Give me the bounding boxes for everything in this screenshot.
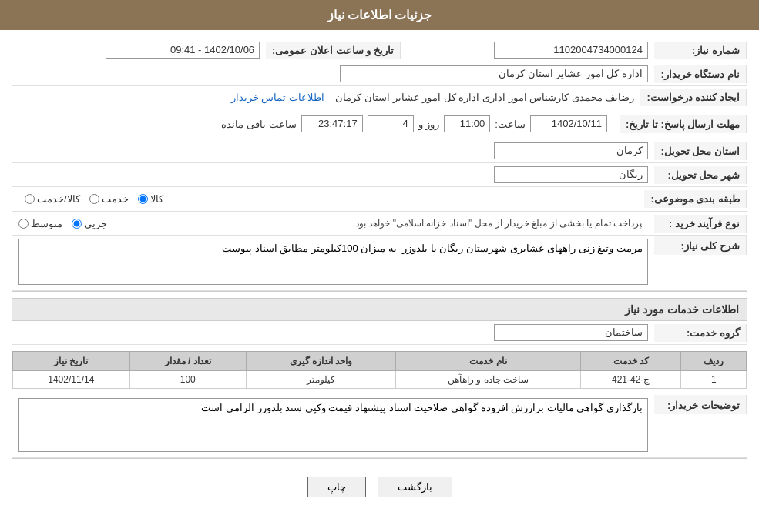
deadline-time-label: ساعت: xyxy=(495,119,526,130)
cell-date: 1402/11/14 xyxy=(13,371,130,389)
col-name: نام خدمت xyxy=(396,352,581,371)
city-label: شهر محل تحویل: xyxy=(654,166,747,184)
purchase-jozvi-radio[interactable] xyxy=(72,219,82,229)
category-kala-khadamat-label: کالا/خدمت xyxy=(37,193,80,205)
buyer-desc-value xyxy=(12,395,654,457)
purchase-note: پرداخت تمام یا بخشی از مبلغ خریدار از مح… xyxy=(115,215,648,232)
requester-label: ایجاد کننده درخواست: xyxy=(640,89,747,106)
deadline-remaining: 23:47:17 xyxy=(301,115,363,132)
category-label: طبقه بندی موضوعی: xyxy=(644,190,747,208)
buyer-org-value: اداره کل امور عشایر استان کرمان xyxy=(12,62,654,85)
category-value: کالا/خدمت خدمت کالا xyxy=(12,187,644,211)
need-number-input: 1102004734000124 xyxy=(494,42,648,59)
requester-text: رضایف محمدی کارشناس امور اداری اداره کل … xyxy=(335,92,634,103)
purchase-type-label: نوع فرآیند خرید : xyxy=(654,215,747,233)
buyer-desc-row: توضیحات خریدار: xyxy=(12,395,747,458)
service-group-input: ساختمان xyxy=(494,324,648,341)
category-khadamat-radio[interactable] xyxy=(89,194,99,204)
announce-date-input: 1402/10/06 - 09:41 xyxy=(106,42,260,59)
description-textarea[interactable] xyxy=(18,239,648,285)
cell-unit: کیلومتر xyxy=(247,371,396,389)
col-date: تاریخ نیاز xyxy=(13,352,130,371)
category-kala-item: کالا xyxy=(138,193,163,205)
province-row: استان محل تحویل: کرمان xyxy=(12,139,747,163)
col-row-num: ردیف xyxy=(681,352,747,371)
category-khadamat-item: خدمت xyxy=(89,193,129,205)
purchase-mutavasset-item: متوسط xyxy=(18,218,62,229)
purchase-mutavasset-radio[interactable] xyxy=(18,219,29,229)
announce-date-label: تاریخ و ساعت اعلان عمومی: xyxy=(266,42,401,59)
col-qty: تعداد / مقدار xyxy=(129,352,246,371)
deadline-inline: 1402/10/11 ساعت: 11:00 روز و 4 23:47:17 … xyxy=(18,112,613,136)
description-value xyxy=(12,236,654,290)
main-form: شماره نیاز: 1102004734000124 تاریخ و ساع… xyxy=(12,38,747,292)
deadline-time: 11:00 xyxy=(444,115,490,132)
deadline-value: 1402/10/11 ساعت: 11:00 روز و 4 23:47:17 … xyxy=(12,109,620,139)
purchase-type-radio-group: متوسط جزیی xyxy=(18,218,107,229)
page-title: جزئیات اطلاعات نیاز xyxy=(327,8,432,22)
buyer-desc-label: توضیحات خریدار: xyxy=(654,395,747,414)
services-title: اطلاعات خدمات مورد نیاز xyxy=(12,299,747,321)
buyer-org-input: اداره کل امور عشایر استان کرمان xyxy=(340,65,648,82)
deadline-remaining-label: ساعت باقی مانده xyxy=(221,119,296,130)
button-row: چاپ بازگشت xyxy=(12,465,747,505)
page-header: جزئیات اطلاعات نیاز xyxy=(0,0,759,30)
print-button[interactable]: چاپ xyxy=(307,477,366,497)
cell-row: 1 xyxy=(681,371,747,389)
city-input: ریگان xyxy=(494,166,648,183)
province-value: کرمان xyxy=(12,139,654,162)
category-row: طبقه بندی موضوعی: کالا/خدمت خدمت کالا xyxy=(12,187,747,212)
service-group-value: ساختمان xyxy=(12,321,654,344)
requester-value: رضایف محمدی کارشناس امور اداری اداره کل … xyxy=(12,89,640,106)
col-unit: واحد اندازه گیری xyxy=(247,352,396,371)
description-label: شرح کلی نیاز: xyxy=(654,236,747,255)
category-kala-khadamat-item: کالا/خدمت xyxy=(25,193,80,205)
buyer-org-label: نام دستگاه خریدار: xyxy=(654,65,747,83)
need-number-label: شماره نیاز: xyxy=(654,42,747,59)
need-number-row: شماره نیاز: 1102004734000124 تاریخ و ساع… xyxy=(12,38,747,62)
category-kala-khadamat-radio[interactable] xyxy=(25,194,35,204)
table-header-row: ردیف کد خدمت نام خدمت واحد اندازه گیری ت… xyxy=(13,352,747,371)
purchase-type-row: نوع فرآیند خرید : متوسط جزیی xyxy=(12,212,747,236)
province-label: استان محل تحویل: xyxy=(654,142,747,160)
table-row: 1ج-42-421ساخت جاده و راهآهنکیلومتر100140… xyxy=(13,371,747,389)
cell-qty: 100 xyxy=(129,371,246,389)
buyer-desc-textarea[interactable] xyxy=(18,398,648,452)
services-table: ردیف کد خدمت نام خدمت واحد اندازه گیری ت… xyxy=(12,351,747,389)
service-group-label: گروه خدمت: xyxy=(654,324,747,342)
services-table-section: ردیف کد خدمت نام خدمت واحد اندازه گیری ت… xyxy=(12,351,747,389)
purchase-jozvi-item: جزیی xyxy=(72,218,107,229)
province-input: کرمان xyxy=(494,142,648,159)
service-group-row: گروه خدمت: ساختمان xyxy=(12,321,747,345)
deadline-days-label: روز و xyxy=(418,119,440,130)
need-number-value: 1102004734000124 xyxy=(401,38,654,62)
purchase-mutavasset-label: متوسط xyxy=(31,218,62,229)
city-row: شهر محل تحویل: ریگان xyxy=(12,163,747,187)
buyer-org-row: نام دستگاه خریدار: اداره کل امور عشایر ا… xyxy=(12,62,747,86)
deadline-date: 1402/10/11 xyxy=(530,115,607,132)
cell-code: ج-42-421 xyxy=(580,371,681,389)
back-button[interactable]: بازگشت xyxy=(378,477,452,497)
purchase-type-value: متوسط جزیی پرداخت تمام یا بخشی از مبلغ خ… xyxy=(12,212,654,235)
deadline-days: 4 xyxy=(368,115,414,132)
description-row: شرح کلی نیاز: xyxy=(12,236,747,291)
announce-date-value: 1402/10/06 - 09:41 xyxy=(12,38,266,62)
requester-row: ایجاد کننده درخواست: رضایف محمدی کارشناس… xyxy=(12,86,747,109)
purchase-jozvi-label: جزیی xyxy=(84,218,107,229)
deadline-label: مهلت ارسال پاسخ: تا تاریخ: xyxy=(620,115,747,133)
category-kala-label: کالا xyxy=(150,193,163,205)
col-code: کد خدمت xyxy=(580,352,681,371)
category-kala-radio[interactable] xyxy=(138,194,148,204)
category-khadamat-label: خدمت xyxy=(102,193,129,205)
deadline-row: مهلت ارسال پاسخ: تا تاریخ: 1402/10/11 سا… xyxy=(12,109,747,139)
city-value: ریگان xyxy=(12,163,654,186)
contact-link[interactable]: اطلاعات تماس خریدار xyxy=(231,92,324,103)
services-section: اطلاعات خدمات مورد نیاز گروه خدمت: ساختم… xyxy=(12,298,747,459)
cell-name: ساخت جاده و راهآهن xyxy=(396,371,581,389)
category-radio-group: کالا/خدمت خدمت کالا xyxy=(18,190,638,208)
